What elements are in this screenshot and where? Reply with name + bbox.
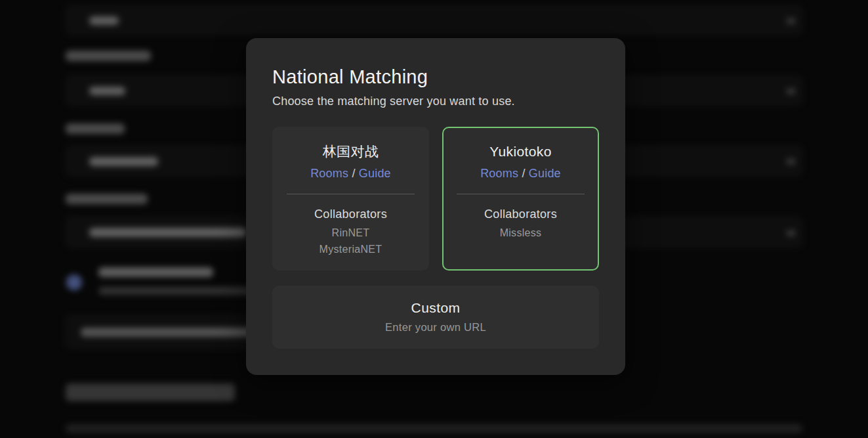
dialog-subtitle: Choose the matching server you want to u… — [272, 95, 599, 108]
server-options-row: 林国对战 Rooms / Guide Collaborators RinNET … — [272, 127, 599, 271]
card-divider — [457, 194, 585, 194]
collaborator-name: Missless — [444, 226, 598, 240]
dialog-title: National Matching — [272, 67, 599, 88]
link-separator: / — [352, 167, 355, 180]
guide-link[interactable]: Guide — [359, 167, 391, 180]
server-name: 林国对战 — [274, 143, 428, 160]
custom-server-card[interactable]: Custom Enter your own URL — [272, 286, 599, 349]
server-links: Rooms / Guide — [444, 165, 598, 181]
rooms-link[interactable]: Rooms — [310, 167, 348, 180]
national-matching-dialog: National Matching Choose the matching se… — [246, 38, 625, 375]
server-links: Rooms / Guide — [274, 165, 428, 181]
server-card-linguo[interactable]: 林国对战 Rooms / Guide Collaborators RinNET … — [272, 127, 429, 271]
guide-link[interactable]: Guide — [529, 167, 561, 180]
custom-card-subtitle: Enter your own URL — [385, 321, 486, 334]
rooms-link[interactable]: Rooms — [480, 167, 518, 180]
server-name: Yukiotoko — [444, 143, 598, 160]
collaborator-name: MysteriaNET — [274, 242, 428, 256]
collaborators-label: Collaborators — [444, 206, 598, 222]
custom-card-title: Custom — [411, 300, 461, 316]
collaborator-name: RinNET — [274, 226, 428, 240]
server-card-yukiotoko[interactable]: Yukiotoko Rooms / Guide Collaborators Mi… — [442, 127, 599, 271]
link-separator: / — [522, 167, 525, 180]
card-divider — [287, 194, 415, 194]
collaborators-label: Collaborators — [274, 206, 428, 222]
